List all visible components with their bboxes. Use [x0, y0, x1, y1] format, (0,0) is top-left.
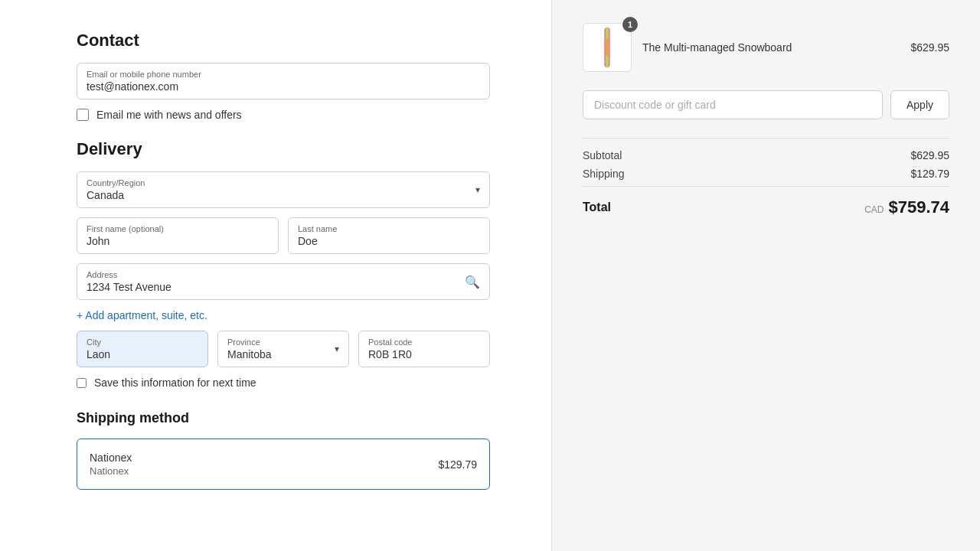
summary-divider [583, 138, 949, 139]
province-select[interactable]: Manitoba [227, 348, 339, 360]
save-info-label: Save this information for next time [94, 377, 256, 389]
email-label: Email or mobile phone number [87, 70, 480, 79]
total-label: Total [583, 201, 611, 214]
address-input[interactable] [87, 281, 480, 293]
email-wrapper[interactable]: Email or mobile phone number [77, 63, 490, 99]
last-name-input[interactable] [298, 235, 480, 247]
postal-label: Postal code [368, 337, 480, 347]
shipping-method-section: Shipping method Nationex Nationex $129.7… [77, 410, 490, 490]
product-name: The Multi-managed Snowboard [642, 41, 900, 54]
city-wrapper[interactable]: City [77, 331, 208, 367]
total-row: Total CAD $759.74 [583, 197, 949, 217]
total-value-wrapper: CAD $759.74 [864, 197, 949, 217]
product-price: $629.95 [910, 41, 949, 54]
total-divider [583, 186, 949, 187]
subtotal-label: Subtotal [583, 149, 622, 161]
shipping-sub: Nationex [90, 465, 132, 477]
svg-rect-2 [605, 39, 609, 56]
first-name-wrapper[interactable]: First name (optional) [77, 217, 279, 254]
delivery-title: Delivery [77, 139, 490, 159]
save-info-checkbox[interactable] [77, 378, 87, 388]
shipping-name: Nationex [90, 452, 132, 464]
add-apt-link[interactable]: + Add apartment, suite, etc. [77, 309, 207, 321]
country-wrapper[interactable]: Country/Region Canada ▾ [77, 171, 490, 208]
shipping-label: Shipping [583, 168, 625, 180]
left-panel: Contact Email or mobile phone number Ema… [0, 0, 551, 551]
city-input[interactable] [87, 348, 198, 360]
total-currency: CAD [864, 204, 884, 215]
country-label: Country/Region [87, 178, 480, 187]
total-value: $759.74 [888, 197, 949, 217]
product-row: 1 The Multi-managed Snowboard $629.95 [583, 23, 949, 72]
product-thumbnail [592, 26, 622, 69]
shipping-row: Shipping $129.79 [583, 168, 949, 180]
contact-title: Contact [77, 31, 490, 51]
shipping-option-price: $129.79 [438, 458, 477, 471]
product-image [583, 23, 632, 72]
newsletter-label: Email me with news and offers [96, 109, 242, 121]
province-wrapper[interactable]: Province Manitoba ▾ [217, 331, 349, 367]
postal-wrapper[interactable]: Postal code [358, 331, 490, 367]
contact-section: Contact Email or mobile phone number Ema… [77, 31, 490, 121]
province-label: Province [227, 337, 339, 347]
discount-input[interactable] [583, 90, 883, 119]
shipping-option[interactable]: Nationex Nationex $129.79 [77, 439, 490, 490]
postal-input[interactable] [368, 348, 480, 360]
address-wrapper[interactable]: Address 🔍 [77, 263, 490, 300]
email-group: Email or mobile phone number [77, 63, 490, 99]
newsletter-checkbox[interactable] [77, 109, 89, 121]
save-info-row: Save this information for next time [77, 377, 490, 389]
shipping-option-info: Nationex Nationex [90, 452, 132, 477]
address-label: Address [87, 270, 480, 279]
delivery-section: Delivery Country/Region Canada ▾ First n… [77, 139, 490, 389]
search-icon: 🔍 [465, 275, 480, 289]
name-row: First name (optional) Last name [77, 217, 490, 254]
subtotal-row: Subtotal $629.95 [583, 149, 949, 161]
city-label: City [87, 337, 198, 347]
subtotal-value: $629.95 [910, 149, 949, 161]
first-name-input[interactable] [87, 235, 269, 247]
apply-button[interactable]: Apply [890, 90, 949, 119]
shipping-method-title: Shipping method [77, 410, 490, 426]
product-badge: 1 [622, 17, 638, 32]
last-name-label: Last name [298, 224, 480, 233]
shipping-value: $129.79 [910, 168, 949, 180]
city-province-postal-row: City Province Manitoba ▾ Postal code [77, 331, 490, 367]
last-name-wrapper[interactable]: Last name [288, 217, 490, 254]
right-panel: 1 The Multi-managed Snowboard $629.95 Ap… [551, 0, 980, 551]
newsletter-row: Email me with news and offers [77, 109, 490, 121]
product-image-wrapper: 1 [583, 23, 632, 72]
country-select[interactable]: Canada [87, 189, 480, 201]
email-input[interactable] [87, 80, 480, 93]
discount-row: Apply [583, 90, 949, 119]
first-name-label: First name (optional) [87, 224, 269, 233]
